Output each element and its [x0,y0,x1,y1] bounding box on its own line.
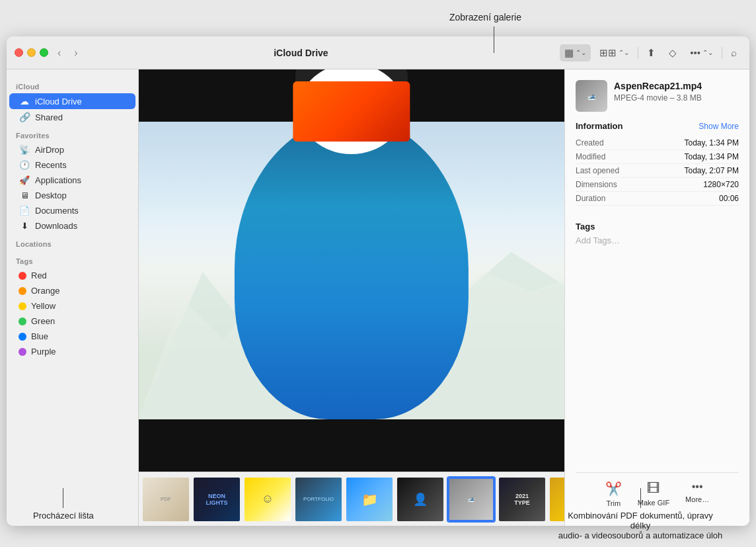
filmstrip-thumb-6[interactable]: 👤 [396,476,445,523]
info-section: Information Show More Created Today, 1:3… [576,121,739,206]
file-type: MPEG-4 movie – 3.8 MB [614,93,739,103]
file-thumbnail: 🎿 [576,80,607,112]
search-button[interactable]: ⌕ [726,44,741,61]
show-more-button[interactable]: Show More [699,122,739,131]
airdrop-icon: 📡 [19,145,30,155]
red-tag-label: Red [31,271,47,280]
view-chevron: ⌃⌄ [576,49,586,56]
more-chevron: ⌃⌄ [702,49,713,56]
sidebar-item-shared[interactable]: 🔗 Shared [9,109,135,125]
icloud-section-label: iCloud [7,76,138,93]
trim-button[interactable]: ✂️ Trim [605,481,622,507]
shared-label: Shared [35,112,63,122]
grid-icon: ⊞⊞ [599,47,617,59]
meta-row-created: Created Today, 1:34 PM [576,136,739,150]
tag-icon: ◇ [669,47,677,59]
filmstrip-thumb-8[interactable]: 2021TYPE [498,476,547,523]
grid-chevron: ⌃⌄ [619,49,629,56]
documents-icon: 📄 [19,206,30,216]
main-content: iCloud ☁ iCloud Drive 🔗 Shared Favorites… [7,69,749,526]
thumb-content-5: 📁 [346,478,393,521]
icloud-drive-label: iCloud Drive [35,97,82,106]
tag-item-yellow[interactable]: Yellow [9,298,135,314]
filmstrip-thumb-2[interactable]: NEONLIGHTS [192,476,241,523]
gallery-view-icon: ▦ [564,47,574,59]
sidebar-item-icloud-drive[interactable]: ☁ iCloud Drive [9,93,135,109]
desktop-label: Desktop [35,190,67,200]
blue-tag-label: Blue [31,331,48,341]
dimensions-value: 1280×720 [703,180,739,189]
desktop-icon: 🖥 [19,190,30,200]
gallery-view-button[interactable]: ▦ ⌃⌄ [560,44,591,62]
last-opened-value: Today, 2:07 PM [685,166,739,175]
trim-icon: ✂️ [605,481,622,497]
more-actions-button[interactable]: ••• More… [685,481,709,507]
sidebar-item-applications[interactable]: 🚀 Applications [9,173,135,188]
information-title: Information [576,121,623,131]
gif-label: Make GIF [638,499,669,507]
orange-tag-label: Orange [31,286,59,296]
thumb-content-7: 🎿 [448,478,494,521]
thumb-content-3: ☺ [245,478,291,521]
sidebar-item-documents[interactable]: 📄 Documents [9,203,135,218]
sidebar-item-downloads[interactable]: ⬇ Downloads [9,218,135,233]
blue-tag-dot [19,333,26,341]
applications-icon: 🚀 [19,175,30,185]
more-icon: ••• [690,47,700,58]
tags-section: Tags Add Tags… [576,222,739,245]
inspector-panel: 🎿 AspenRecap21.mp4 MPEG-4 movie – 3.8 MB… [564,69,749,526]
tag-item-red[interactable]: Red [9,268,135,283]
finder-window: ‹ › iCloud Drive ▦ ⌃⌄ ⊞⊞ ⌃⌄ ⬆ ◇ ••• ⌃⌄ [7,36,749,526]
minimize-button[interactable] [27,48,36,57]
share-icon: ⬆ [647,47,656,59]
search-icon: ⌕ [731,47,737,58]
sidebar: iCloud ☁ iCloud Drive 🔗 Shared Favorites… [7,69,139,526]
inspector-actions: ✂️ Trim 🎞 Make GIF ••• More… [576,472,739,515]
skier-body [235,118,469,419]
downloads-label: Downloads [35,221,77,231]
filmstrip-thumb-1[interactable]: PDF [141,476,190,523]
meta-row-last-opened: Last opened Today, 2:07 PM [576,164,739,178]
thumb-content-9: 🏆 [550,478,564,521]
tag-item-orange[interactable]: Orange [9,283,135,298]
meta-row-dimensions: Dimensions 1280×720 [576,178,739,192]
close-button[interactable] [15,48,23,57]
add-tags-placeholder[interactable]: Add Tags… [576,235,739,245]
toolbar-right: ▦ ⌃⌄ ⊞⊞ ⌃⌄ ⬆ ◇ ••• ⌃⌄ ⌕ [560,44,741,62]
green-tag-label: Green [31,316,55,326]
tag-item-blue[interactable]: Blue [9,329,135,344]
duration-value: 00:06 [719,194,739,203]
more-options-button[interactable]: ••• ⌃⌄ [685,44,718,61]
modified-label: Modified [576,152,605,161]
share-button[interactable]: ⬆ [642,44,660,62]
toolbar-divider-2 [722,47,722,59]
filmstrip-thumb-5[interactable]: 📁 [345,476,394,523]
filmstrip-thumb-3[interactable]: ☺ [243,476,292,523]
filmstrip-thumb-7[interactable]: 🎿 [447,476,496,523]
titlebar: ‹ › iCloud Drive ▦ ⌃⌄ ⊞⊞ ⌃⌄ ⬆ ◇ ••• ⌃⌄ [7,36,749,69]
tag-button[interactable]: ◇ [664,44,681,62]
tags-section-label: Tags [7,251,138,268]
sidebar-item-recents[interactable]: 🕐 Recents [9,157,135,173]
skier-goggles [293,81,410,142]
info-section-header: Information Show More [576,121,739,131]
filmstrip-thumb-9[interactable]: 🏆 [548,476,564,523]
sidebar-item-desktop[interactable]: 🖥 Desktop [9,188,135,203]
favorites-section-label: Favorites [7,125,138,142]
grid-view-button[interactable]: ⊞⊞ ⌃⌄ [595,44,634,62]
more-actions-label: More… [685,495,709,503]
traffic-lights [15,48,48,57]
filmstrip-thumb-4[interactable]: PORTFOLIO [294,476,343,523]
sidebar-item-airdrop[interactable]: 📡 AirDrop [9,142,135,157]
thumb-content-8: 2021TYPE [499,478,545,521]
gallery-left: PDF NEONLIGHTS ☺ [139,69,564,526]
tag-item-green[interactable]: Green [9,314,135,329]
meta-row-modified: Modified Today, 1:34 PM [576,150,739,164]
black-bottom-bar [139,419,564,472]
created-value: Today, 1:34 PM [685,138,739,147]
gif-icon: 🎞 [647,481,660,496]
toolbar-divider-1 [638,47,638,59]
tag-item-purple[interactable]: Purple [9,344,135,359]
gallery-content: PDF NEONLIGHTS ☺ [139,69,749,526]
make-gif-button[interactable]: 🎞 Make GIF [638,481,669,507]
